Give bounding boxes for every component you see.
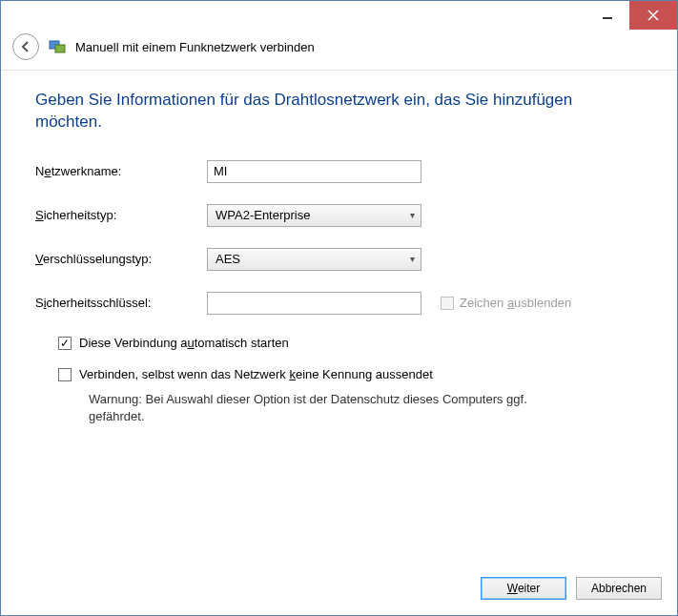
encryption-type-select[interactable]: AES ▾ (207, 248, 421, 271)
label-network-name: Netzwerkname: (35, 164, 207, 178)
back-button[interactable] (12, 33, 39, 60)
security-type-value: WPA2-Enterprise (216, 208, 310, 222)
content-area: Geben Sie Informationen für das Drahtlos… (1, 70, 677, 565)
network-wizard-icon (49, 38, 66, 55)
wizard-header: Manuell mit einem Funknetzwerk verbinden (1, 30, 677, 70)
network-name-input[interactable] (207, 160, 421, 183)
row-network-name: Netzwerkname: (35, 160, 643, 183)
chevron-down-icon: ▾ (410, 254, 415, 264)
checkbox-icon (441, 297, 454, 310)
row-encryption-type: Verschlüsselungstyp: AES ▾ (35, 248, 643, 271)
label-security-type: Sicherheitstyp: (35, 208, 207, 222)
minimize-button[interactable] (586, 1, 629, 30)
row-security-type: Sicherheitstyp: WPA2-Enterprise ▾ (35, 204, 643, 227)
checkbox-auto-start[interactable]: Diese Verbindung automatisch starten (58, 336, 643, 350)
checkbox-auto-start-label: Diese Verbindung automatisch starten (79, 336, 289, 350)
checkbox-icon (58, 337, 72, 350)
warning-text: Warnung: Bei Auswahl dieser Option ist d… (89, 391, 585, 425)
cancel-button[interactable]: Abbrechen (576, 577, 662, 600)
security-key-input (207, 292, 421, 315)
next-button[interactable]: Weiter (481, 577, 566, 600)
svg-rect-4 (55, 45, 65, 52)
wizard-window: Manuell mit einem Funknetzwerk verbinden… (0, 0, 678, 616)
checkbox-icon (58, 368, 72, 381)
instruction-text: Geben Sie Informationen für das Drahtlos… (35, 90, 643, 133)
titlebar (1, 1, 677, 30)
chevron-down-icon: ▾ (410, 210, 415, 220)
label-security-key: Sicherheitsschlüssel: (35, 296, 207, 310)
checkbox-connect-hidden[interactable]: Verbinden, selbst wenn das Netzwerk kein… (58, 367, 643, 381)
close-button[interactable] (629, 1, 677, 30)
wizard-title: Manuell mit einem Funknetzwerk verbinden (75, 40, 315, 54)
encryption-type-value: AES (216, 252, 240, 266)
footer: Weiter Abbrechen (1, 565, 677, 615)
checkbox-connect-hidden-label: Verbinden, selbst wenn das Netzwerk kein… (79, 367, 433, 381)
label-encryption-type: Verschlüsselungstyp: (35, 252, 207, 266)
security-type-select[interactable]: WPA2-Enterprise ▾ (207, 204, 421, 227)
row-security-key: Sicherheitsschlüssel: Zeichen ausblenden (35, 292, 643, 315)
hide-characters-checkbox: Zeichen ausblenden (441, 296, 571, 310)
